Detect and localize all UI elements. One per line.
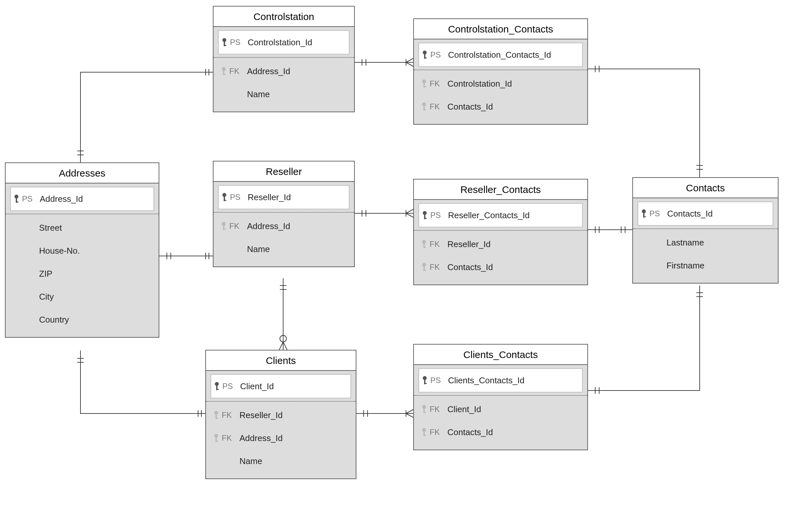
key-type: PS — [430, 211, 446, 220]
entity-reseller: Reseller PS Reseller_Id FK Address_Id Na… — [213, 161, 355, 267]
field-row: FK Contacts_Id — [419, 95, 583, 118]
field-row: PS Controlstation_Contacts_Id — [419, 43, 583, 67]
field-row: PS Address_Id — [10, 187, 154, 211]
svg-rect-6 — [224, 45, 226, 46]
key-type: FK — [222, 411, 237, 420]
entity-clients: Clients PS Client_Id FK Reseller_Id FK A… — [205, 350, 356, 479]
entity-clients-contacts: Clients_Contacts PS Clients_Contacts_Id … — [413, 344, 588, 450]
svg-point-0 — [280, 335, 286, 342]
field-row: FK Contacts_Id — [419, 421, 583, 444]
key-type: PS — [22, 194, 38, 204]
svg-point-49 — [422, 428, 426, 432]
entity-controlstation-contacts: Controlstation_Contacts PS Controlstatio… — [413, 18, 588, 125]
field-row: Country — [10, 308, 154, 331]
key-type: FK — [430, 240, 446, 249]
field-name: Client_Id — [238, 381, 350, 391]
pk-separator — [414, 70, 587, 70]
key-icon — [419, 428, 430, 437]
field-name: Address_Id — [245, 221, 349, 231]
svg-point-43 — [423, 376, 427, 380]
field-name: Reseller_Id — [446, 239, 583, 249]
key-type: FK — [430, 262, 446, 272]
svg-rect-51 — [423, 435, 426, 436]
field-name: Client_Id — [446, 404, 583, 415]
svg-point-31 — [422, 102, 426, 106]
key-type: FK — [430, 405, 446, 414]
key-type: FK — [229, 221, 245, 231]
key-type: PS — [230, 38, 246, 47]
field-name: Reseller_Id — [237, 410, 351, 420]
field-name: Address_Id — [237, 433, 351, 443]
field-row: PS Contacts_Id — [637, 202, 773, 226]
field-row: FK Controlstation_Id — [419, 72, 583, 95]
pk-separator — [633, 228, 778, 229]
svg-point-37 — [422, 240, 426, 244]
field-row: Name — [218, 238, 349, 261]
key-icon — [219, 193, 230, 202]
entity-body: PS Client_Id FK Reseller_Id FK Address_I… — [206, 371, 356, 478]
svg-point-25 — [423, 50, 427, 54]
entity-body: PS Reseller_Contacts_Id FK Reseller_Id F… — [414, 200, 587, 285]
svg-point-16 — [215, 382, 219, 386]
field-row: PS Client_Id — [210, 374, 351, 398]
field-row: Name — [210, 450, 351, 473]
svg-rect-12 — [224, 200, 226, 201]
field-name: Contacts_Id — [665, 209, 773, 219]
pk-separator — [214, 57, 354, 58]
pk-separator — [414, 230, 587, 231]
key-icon — [218, 221, 229, 231]
field-row: FK Address_Id — [218, 215, 349, 238]
field-name: ZIP — [37, 269, 154, 279]
entity-body: PS Controlstation_Contacts_Id FK Control… — [414, 39, 587, 124]
key-icon — [419, 376, 430, 385]
pk-separator — [6, 214, 159, 214]
field-row: PS Reseller_Contacts_Id — [419, 203, 583, 227]
field-row: FK Address_Id — [210, 427, 351, 450]
svg-point-10 — [222, 193, 226, 197]
field-name: Reseller_Contacts_Id — [446, 210, 582, 220]
field-name: Firstname — [664, 261, 773, 271]
pk-separator — [214, 212, 354, 213]
key-icon — [638, 209, 649, 218]
field-name: Controlstation_Id — [246, 37, 349, 48]
entity-body: PS Contacts_Id Lastname Firstname — [633, 198, 778, 283]
entity-body: PS Clients_Contacts_Id FK Client_Id FK C… — [414, 365, 587, 450]
field-name: House-No. — [37, 246, 154, 256]
field-row: FK Reseller_Id — [210, 404, 351, 427]
field-row: Lastname — [637, 231, 773, 254]
svg-point-52 — [642, 209, 646, 213]
field-row: Street — [10, 216, 154, 239]
key-icon — [11, 194, 22, 204]
key-type: FK — [222, 433, 237, 443]
key-type: FK — [430, 102, 446, 111]
key-icon — [419, 262, 430, 272]
key-type: PS — [222, 382, 238, 391]
svg-rect-15 — [223, 229, 226, 230]
svg-rect-24 — [216, 441, 218, 442]
entity-addresses: Addresses PS Address_Id Street House-No.… — [5, 162, 159, 338]
field-name: Name — [245, 244, 349, 254]
entity-title: Reseller — [214, 162, 354, 182]
field-name: Name — [237, 456, 351, 466]
svg-rect-36 — [424, 218, 427, 219]
field-name: City — [37, 292, 154, 302]
field-row: ZIP — [10, 262, 154, 285]
svg-rect-54 — [643, 216, 646, 217]
field-row: FK Client_Id — [419, 398, 583, 421]
entity-title: Clients_Contacts — [414, 345, 587, 365]
field-name: Street — [37, 223, 154, 233]
svg-rect-45 — [424, 383, 427, 384]
entity-title: Controlstation_Contacts — [414, 19, 587, 39]
field-name: Controlstation_Id — [446, 79, 583, 89]
field-row: FK Contacts_Id — [419, 256, 583, 279]
svg-rect-39 — [423, 247, 426, 248]
field-row: FK Reseller_Id — [419, 233, 583, 256]
field-name: Contacts_Id — [446, 262, 583, 272]
field-name: Contacts_Id — [446, 427, 583, 437]
key-icon — [218, 67, 229, 76]
field-name: Reseller_Id — [246, 192, 349, 203]
key-icon — [419, 50, 430, 59]
key-icon — [419, 240, 430, 249]
svg-rect-30 — [423, 86, 426, 87]
key-icon — [419, 102, 430, 111]
